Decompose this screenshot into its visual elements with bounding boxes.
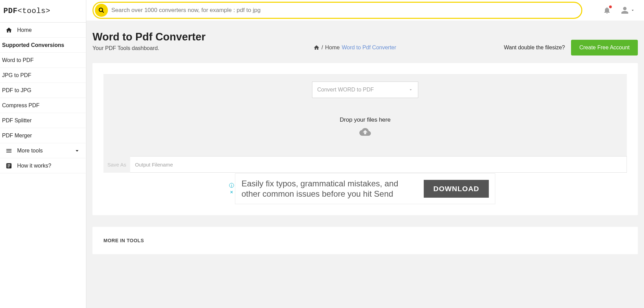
home-icon [5, 27, 12, 34]
logo-bold: PDF [3, 7, 17, 15]
ad-controls: i ✕ [229, 183, 234, 195]
sidebar-item-pdf-to-jpg[interactable]: PDF to JPG [0, 83, 86, 98]
breadcrumb-separator: / [322, 45, 323, 51]
app-logo[interactable]: PDF<tools> [0, 0, 86, 22]
sidebar-item-word-to-pdf[interactable]: Word to PDF [0, 53, 86, 68]
ad-banner[interactable]: i ✕ Easily fix typos, grammatical mistak… [235, 173, 495, 204]
sidebar-item-more-tools[interactable]: More tools [0, 143, 86, 158]
notifications-button[interactable] [603, 6, 611, 14]
page-header-left: Word to Pdf Converter Your PDF Tools das… [92, 31, 206, 51]
topbar-icons [589, 6, 638, 14]
dropzone-message: Drop your files here [340, 116, 391, 123]
page-subtitle: Your PDF Tools dashboard. [92, 45, 206, 51]
user-menu[interactable] [621, 6, 635, 14]
home-icon [313, 45, 320, 51]
ad-text: Easily fix typos, grammatical mistakes, … [242, 178, 417, 199]
chevron-down-icon [408, 87, 413, 92]
topbar [86, 0, 644, 21]
page-header: Word to Pdf Converter Your PDF Tools das… [86, 21, 644, 63]
sidebar: PDF<tools> Home Supported Conversions Wo… [0, 0, 86, 308]
cta-prompt: Want double the filesize? [504, 45, 565, 51]
notification-dot-icon [609, 5, 612, 8]
breadcrumb-home[interactable]: Home [325, 45, 340, 51]
search-wrap [92, 2, 582, 19]
avatar-icon [621, 6, 629, 14]
sidebar-nav: Home Supported Conversions Word to PDF J… [0, 22, 86, 173]
sidebar-item-jpg-to-pdf[interactable]: JPG to PDF [0, 68, 86, 83]
svg-line-1 [102, 11, 104, 13]
sidebar-label-more: More tools [17, 148, 43, 154]
output-filename-input[interactable] [130, 156, 627, 173]
sidebar-item-compress-pdf[interactable]: Compress PDF [0, 98, 86, 113]
more-tools-card: MORE IN TOOLS [92, 227, 638, 254]
sidebar-item-pdf-splitter[interactable]: PDF Splitter [0, 113, 86, 128]
ad-download-button[interactable]: DOWNLOAD [424, 180, 489, 198]
page-title: Word to Pdf Converter [92, 31, 206, 43]
search-icon-circle[interactable] [95, 4, 108, 17]
conversion-select[interactable]: Convert WORD to PDF [312, 82, 418, 98]
ad-info-icon[interactable]: i [229, 183, 234, 188]
sidebar-section-label: Supported Conversions [2, 42, 64, 48]
search-pill[interactable] [92, 2, 582, 19]
more-tools-title: MORE IN TOOLS [103, 238, 627, 243]
create-account-button[interactable]: Create Free Account [571, 40, 638, 56]
logo-thin: <tools> [17, 7, 50, 15]
conversion-select-label: Convert WORD to PDF [317, 87, 374, 93]
chevron-down-icon [630, 8, 635, 13]
breadcrumb-current: Word to Pdf Converter [342, 45, 396, 51]
chevron-down-icon [74, 147, 80, 154]
search-input[interactable] [111, 7, 580, 14]
saveas-row: Save As [103, 156, 627, 173]
dropzone-wrap: Convert WORD to PDF Drop your files here [103, 74, 627, 156]
sidebar-label-how: How it works? [17, 163, 51, 169]
main-area: Word to Pdf Converter Your PDF Tools das… [86, 0, 644, 308]
svg-point-0 [99, 8, 103, 12]
file-dropzone[interactable]: Drop your files here [131, 98, 599, 156]
page-header-right: Want double the filesize? Create Free Ac… [504, 40, 638, 56]
sidebar-item-how-it-works[interactable]: How it works? [0, 158, 86, 173]
converter-card: Convert WORD to PDF Drop your files here… [92, 63, 638, 215]
ad-close-icon[interactable]: ✕ [229, 190, 234, 195]
sidebar-label-home: Home [17, 27, 32, 33]
breadcrumb: / Home Word to Pdf Converter [313, 45, 396, 51]
cloud-upload-icon [359, 126, 371, 138]
sidebar-item-home[interactable]: Home [0, 23, 86, 38]
saveas-label: Save As [103, 156, 130, 173]
article-icon [5, 162, 12, 169]
list-icon [5, 147, 12, 154]
search-icon [98, 7, 104, 13]
sidebar-section-header: Supported Conversions [0, 38, 86, 53]
sidebar-item-pdf-merger[interactable]: PDF Merger [0, 128, 86, 143]
